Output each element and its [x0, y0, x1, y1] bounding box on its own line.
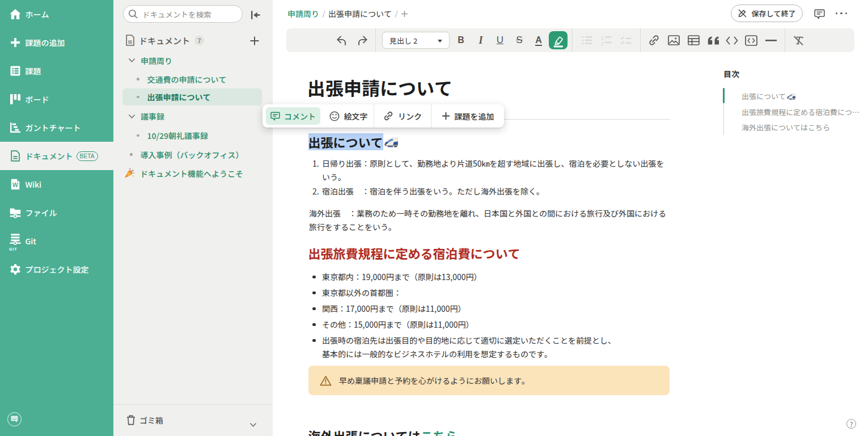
svg-text:W: W [12, 181, 18, 188]
svg-text:2: 2 [601, 40, 604, 45]
